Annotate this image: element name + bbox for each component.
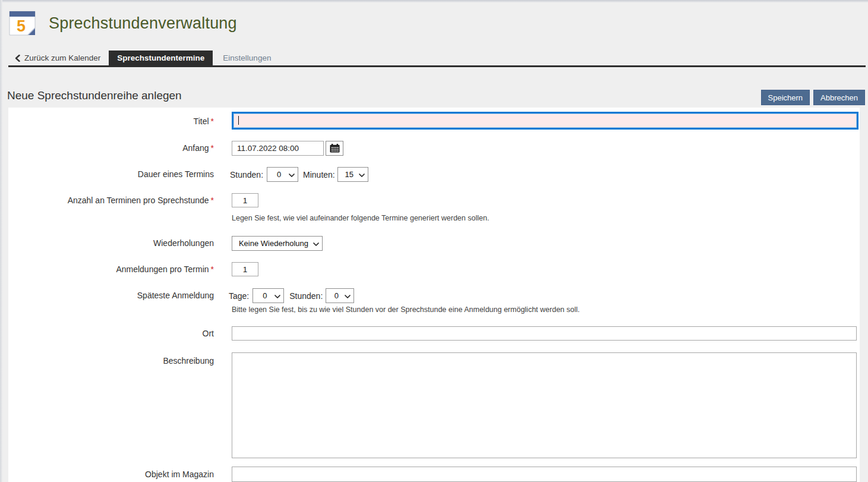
back-to-calendar-link[interactable]: Zurück zum Kalender xyxy=(8,51,109,65)
wiederholungen-select[interactable]: Keine Wiederholung xyxy=(232,236,323,251)
minuten-inline-label: Minuten: xyxy=(303,170,335,179)
wiederholungen-label: Wiederholungen xyxy=(8,236,214,251)
back-link-label: Zurück zum Kalender xyxy=(24,53,100,62)
tab-bar: Zurück zum Kalender Sprechstundentermine… xyxy=(8,51,866,67)
svg-text:5: 5 xyxy=(17,17,26,35)
dauer-controls: Stunden: 0 Minuten: 15 xyxy=(230,167,368,182)
ort-input[interactable] xyxy=(232,326,857,341)
tab-einstellungen[interactable]: Einstellungen xyxy=(213,51,281,65)
chevron-down-icon xyxy=(289,174,295,177)
app-header: 5 Sprechstundenverwaltung xyxy=(9,11,237,36)
spaeteste-controls: Tage: 0 Stunden: 0 xyxy=(229,288,354,303)
row-wiederholungen: Wiederholungen Keine Wiederholung xyxy=(8,236,99,251)
beschreibung-label: Beschreibung xyxy=(8,356,214,366)
dauer-stunden-select[interactable]: 0 xyxy=(267,167,298,182)
form-heading: Neue Sprechstundenreihe anlegen xyxy=(7,89,182,102)
anfang-date-input[interactable] xyxy=(232,141,324,156)
required-marker: * xyxy=(211,143,214,153)
spaeteste-stunden-select[interactable]: 0 xyxy=(326,288,354,303)
stunden-inline-label: Stunden: xyxy=(289,291,323,301)
anzahl-help-text: Legen Sie fest, wie viel aufeinander fol… xyxy=(232,214,489,222)
titel-label: Titel* xyxy=(8,113,214,130)
anzahl-input[interactable] xyxy=(232,193,258,207)
chevron-left-icon xyxy=(15,55,20,62)
chevron-down-icon xyxy=(313,242,319,246)
anmeldungen-input[interactable] xyxy=(232,262,258,276)
calendar-page-icon: 5 xyxy=(9,11,36,36)
objekt-label: Objekt im Magazin xyxy=(8,467,214,482)
required-marker: * xyxy=(211,264,214,274)
ort-label: Ort xyxy=(8,326,214,341)
chevron-down-icon xyxy=(359,174,365,177)
spaeteste-help-text: Bitte legen Sie fest, bis zu wie viel St… xyxy=(232,305,580,314)
required-marker: * xyxy=(211,196,214,205)
chevron-down-icon xyxy=(345,295,351,298)
required-marker: * xyxy=(211,116,214,126)
beschreibung-textarea[interactable] xyxy=(232,352,857,458)
chevron-down-icon xyxy=(274,295,280,298)
objekt-input[interactable] xyxy=(232,467,857,482)
text-caret xyxy=(238,116,239,125)
dauer-label: Dauer eines Termins xyxy=(8,167,214,182)
dauer-minuten-select[interactable]: 15 xyxy=(337,167,368,182)
tab-sprechstundentermine[interactable]: Sprechstundentermine xyxy=(109,51,213,65)
calendar-picker-button[interactable] xyxy=(326,141,343,156)
tage-inline-label: Tage: xyxy=(229,291,249,301)
titel-input[interactable] xyxy=(232,112,858,130)
cancel-button[interactable]: Abbrechen xyxy=(813,90,865,105)
sprechstunden-app: { "header": { "app_title": "Sprechstunde… xyxy=(0,0,868,482)
spaeteste-tage-select[interactable]: 0 xyxy=(252,288,284,303)
window-top-edge xyxy=(0,0,868,2)
stunden-inline-label: Stunden: xyxy=(230,170,263,179)
action-buttons: Speichern Abbrechen xyxy=(761,90,865,105)
page-title: Sprechstundenverwaltung xyxy=(49,14,237,33)
window-left-edge xyxy=(0,0,2,482)
form-panel: Titel* Anfang* Dauer ein xyxy=(8,108,860,482)
anmeldungen-label: Anmeldungen pro Termin* xyxy=(8,262,214,276)
calendar-icon xyxy=(330,144,340,153)
spaeteste-label: Späteste Anmeldung xyxy=(8,288,214,303)
anzahl-label: Anzahl an Terminen pro Sprechstunde* xyxy=(8,193,214,207)
save-button[interactable]: Speichern xyxy=(761,90,810,105)
anfang-label: Anfang* xyxy=(8,141,214,156)
